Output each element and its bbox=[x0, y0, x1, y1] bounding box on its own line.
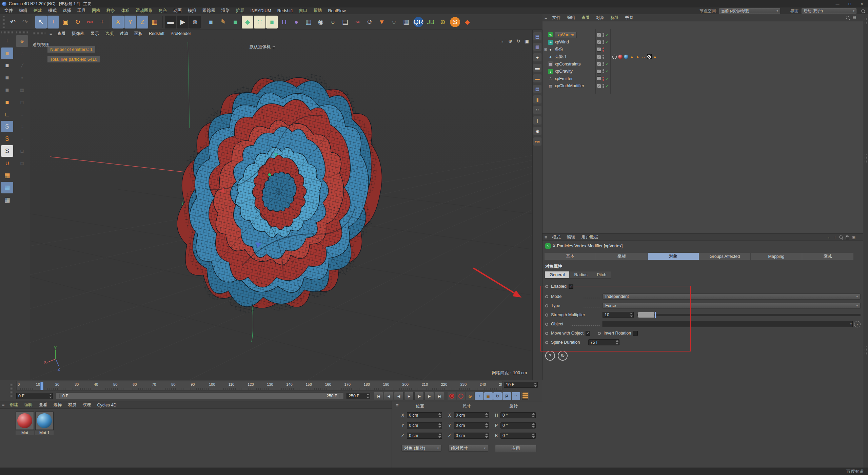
xp-reset-button[interactable]: ↻ bbox=[558, 351, 568, 361]
toolbar-drag-handle[interactable] bbox=[1, 16, 5, 28]
om-menu-文件[interactable]: 文件 bbox=[549, 15, 564, 21]
menu-渲染[interactable]: 渲染 bbox=[218, 8, 233, 14]
psr-red-icon[interactable]: PSR bbox=[352, 16, 363, 28]
material-menu-材质[interactable]: 材质 bbox=[65, 402, 80, 408]
tag-checker[interactable] bbox=[647, 54, 652, 59]
render-visibility-dot[interactable] bbox=[603, 35, 604, 37]
material-menu-纹理[interactable]: 纹理 bbox=[80, 402, 94, 408]
enable-check-icon[interactable]: ✓ bbox=[606, 33, 610, 37]
key-rotation-button[interactable]: ↻ bbox=[493, 392, 502, 400]
menu-模式[interactable]: 模式 bbox=[45, 8, 60, 14]
snap-auto-icon[interactable]: S bbox=[1, 145, 13, 157]
spinner-icon[interactable] bbox=[438, 423, 441, 428]
spinner-icon[interactable] bbox=[438, 413, 441, 417]
planar-workplane-icon[interactable]: ▦ bbox=[1, 194, 13, 206]
om-menu-查看[interactable]: 查看 bbox=[578, 15, 593, 21]
box-tool-icon[interactable]: ◻ bbox=[16, 96, 28, 108]
object-search-icon[interactable] bbox=[846, 16, 849, 19]
material-menu-创建[interactable]: 创建 bbox=[7, 402, 21, 408]
enable-check-icon[interactable]: ✓ bbox=[606, 83, 610, 88]
editor-visibility-dot[interactable] bbox=[603, 62, 604, 64]
left-toolbar-handle[interactable] bbox=[1, 31, 13, 34]
subtab-General[interactable]: General bbox=[545, 271, 569, 278]
menu-体积[interactable]: 体积 bbox=[118, 8, 133, 14]
editor-visibility-dot[interactable] bbox=[603, 33, 604, 35]
viewport-rotate-icon[interactable]: ↻ bbox=[516, 38, 520, 44]
om-menu-书签[interactable]: 书签 bbox=[622, 15, 637, 21]
locked-workplane-icon[interactable]: ▦ bbox=[1, 182, 13, 193]
xp-psr-icon[interactable]: PSR bbox=[533, 137, 541, 146]
viewport-toggle-icon[interactable]: ▣ bbox=[525, 38, 529, 44]
menu-帮助[interactable]: 帮助 bbox=[310, 8, 325, 14]
menu-窗口[interactable]: 窗口 bbox=[296, 8, 310, 14]
visibility-dots[interactable] bbox=[603, 40, 604, 44]
coord-footer-1[interactable]: 绝对尺寸▾ bbox=[448, 445, 488, 452]
last-tool-icon[interactable]: + bbox=[96, 16, 108, 28]
enable-check-icon[interactable]: ✓ bbox=[606, 62, 610, 66]
cloner-icon[interactable]: ∷ bbox=[254, 16, 265, 28]
mode-select[interactable]: Independent▾ bbox=[603, 293, 861, 300]
om-menu-对象[interactable]: 对象 bbox=[593, 15, 608, 21]
camera-move-icon[interactable] bbox=[272, 45, 276, 49]
material-menu-Cycles 4D[interactable]: Cycles 4D bbox=[94, 403, 120, 407]
attribute-search-icon[interactable] bbox=[839, 235, 843, 239]
xp-node-grid-icon[interactable]: ∷ bbox=[533, 106, 541, 114]
spinner-icon[interactable] bbox=[532, 423, 535, 428]
viewport-zoom-icon[interactable]: ⊕ bbox=[508, 38, 512, 44]
menu-跟踪器[interactable]: 跟踪器 bbox=[199, 8, 218, 14]
xp-node-filter-icon[interactable]: ▤ bbox=[533, 32, 541, 40]
rotate-tool-icon[interactable]: ↻ bbox=[72, 16, 83, 28]
next-key-button[interactable]: ▶ bbox=[425, 392, 434, 400]
anim-dot-icon[interactable] bbox=[545, 295, 548, 298]
tab-Mapping[interactable]: Mapping bbox=[751, 253, 802, 260]
menu-运动图形[interactable]: 运动图形 bbox=[133, 8, 156, 14]
timeline-drag-handle[interactable] bbox=[9, 382, 14, 398]
om-menu-标签[interactable]: 标签 bbox=[608, 15, 622, 21]
strength-slider[interactable] bbox=[637, 314, 861, 316]
menu-网格[interactable]: 网格 bbox=[89, 8, 103, 14]
anim-dot-icon[interactable] bbox=[545, 304, 548, 307]
autokey-button[interactable] bbox=[457, 392, 465, 400]
editor-visibility-dot[interactable] bbox=[603, 77, 604, 78]
viewport-menu-面板[interactable]: 面板 bbox=[131, 31, 146, 37]
render-visibility-dot[interactable] bbox=[603, 64, 604, 66]
expand-icon[interactable]: ⊞ bbox=[543, 48, 548, 51]
subdivision-surface-icon[interactable]: ■ bbox=[230, 16, 241, 28]
material-thumbnail[interactable] bbox=[16, 412, 34, 430]
material-tag-blue-icon[interactable] bbox=[624, 55, 628, 59]
coord-field-Y[interactable]: 0 cm bbox=[407, 422, 442, 429]
object-list-icon[interactable]: ▤ bbox=[853, 15, 856, 20]
tab-坐标[interactable]: 坐标 bbox=[596, 253, 647, 260]
qr-badge-icon[interactable]: QR bbox=[413, 17, 423, 27]
s-badge-icon[interactable]: S bbox=[450, 17, 460, 27]
drop-tool-icon[interactable]: ▼ bbox=[376, 16, 388, 28]
menu-选择[interactable]: 选择 bbox=[60, 8, 74, 14]
material-Mat[interactable]: Mat bbox=[16, 412, 34, 435]
material-thumbnail[interactable] bbox=[35, 412, 54, 430]
object-row-备份[interactable]: ⊞●备份 bbox=[542, 46, 863, 53]
viewport-menu-查看[interactable]: 查看 bbox=[54, 31, 69, 37]
viewport-menu-ProRender[interactable]: ProRender bbox=[167, 31, 194, 36]
current-frame-field[interactable]: 0 F bbox=[16, 393, 53, 399]
am-menu-模式[interactable]: 模式 bbox=[549, 234, 564, 240]
frame-b-icon[interactable]: ⊡ bbox=[16, 157, 28, 169]
strength-slider-handle[interactable] bbox=[638, 312, 654, 318]
uv-mode-icon[interactable]: ■ bbox=[1, 84, 13, 96]
psr-mini-icon[interactable]: PSR bbox=[84, 16, 96, 28]
visibility-dots[interactable] bbox=[603, 55, 604, 59]
coord-system-icon[interactable]: ▦ bbox=[149, 16, 160, 28]
lock-icon[interactable] bbox=[846, 236, 849, 239]
object-mode-icon[interactable]: ■ bbox=[1, 96, 13, 108]
menu-文件[interactable]: 文件 bbox=[1, 8, 16, 14]
editor-visibility-dot[interactable] bbox=[603, 84, 604, 86]
frame-increment-field[interactable]: 10 F bbox=[504, 382, 538, 388]
prev-key-button[interactable]: ◀ bbox=[384, 392, 393, 400]
node-space-select[interactable]: 当前 (标准/物理)▾ bbox=[719, 8, 780, 14]
edge-drag-handle[interactable] bbox=[864, 154, 867, 163]
spinner-icon[interactable] bbox=[485, 413, 488, 417]
visibility-dots[interactable] bbox=[603, 69, 604, 73]
object-row-xpWind[interactable]: ≈xpWind✓ bbox=[542, 39, 863, 46]
primitive-cube-icon[interactable]: ■ bbox=[205, 16, 217, 28]
material-editor-icon[interactable]: ▤ bbox=[339, 16, 351, 28]
spline-duration-input[interactable]: 75 F bbox=[588, 339, 619, 345]
